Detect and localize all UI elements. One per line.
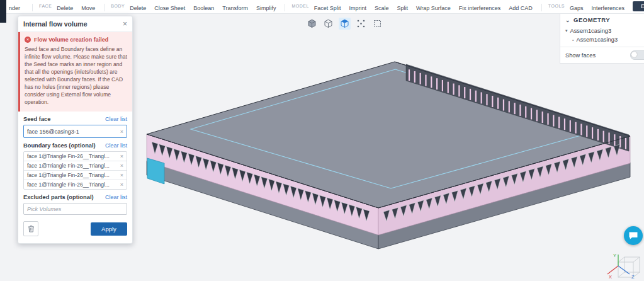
model-fin <box>409 203 415 214</box>
error-title: Flow Volume creation failed <box>34 37 108 43</box>
exit-button[interactable]: Exit <box>633 1 644 11</box>
boundary-face-name: face 1@Triangle Fin-26__Triangl... <box>27 163 110 169</box>
boundary-face-name: face 1@Triangle Fin-26__Triangl... <box>27 153 110 159</box>
shaded-cube-icon[interactable] <box>306 18 318 30</box>
model-fin <box>225 165 231 177</box>
model-fin <box>356 207 362 219</box>
boundary-face-item[interactable]: face 1@Triangle Fin-26__Triangl...× <box>24 152 127 161</box>
model-fin <box>406 64 629 151</box>
show-faces-label: Show faces <box>565 52 596 59</box>
toolbar-button-close-sheet[interactable]: Close Sheet <box>154 5 185 11</box>
close-icon[interactable]: × <box>123 21 127 27</box>
model-lid-inner-outline <box>191 69 594 188</box>
toolbar-button-simplify[interactable]: Simplify <box>256 5 276 11</box>
boundary-face-item[interactable]: face 1@Triangle Fin-26__Triangl...× <box>24 161 127 170</box>
model-fin <box>494 178 500 190</box>
support-chat-button[interactable] <box>624 226 643 245</box>
geometry-panel-title: GEOMETRY <box>573 16 610 23</box>
model-fin <box>159 144 166 156</box>
model-fin <box>426 198 432 209</box>
apply-button[interactable]: Apply <box>91 222 127 236</box>
toolbar-button-fix-interferences[interactable]: Fix interferences <box>459 5 501 11</box>
toolbar-button-imprint[interactable]: Imprint <box>349 5 366 11</box>
model-top-face <box>147 62 630 208</box>
model-fin <box>196 156 202 168</box>
excluded-clear-list-link[interactable]: Clear list <box>105 194 127 200</box>
toolbar-button-scale[interactable]: Scale <box>375 5 389 11</box>
model-fin <box>417 200 424 212</box>
model-fin <box>254 175 260 186</box>
toolbar-separator <box>285 4 285 11</box>
model-fin <box>268 179 274 191</box>
model-fin <box>334 200 341 212</box>
model-fin <box>239 169 246 181</box>
toolbar-group-label-tools: TOOLS <box>548 4 565 8</box>
remove-boundary-face-icon[interactable]: × <box>118 163 123 169</box>
model-fin <box>188 154 195 166</box>
model-fin <box>597 149 603 161</box>
seed-clear-list-link[interactable]: Clear list <box>105 116 127 122</box>
model-fin <box>383 210 390 221</box>
cube-faces-icon[interactable] <box>339 18 351 30</box>
model-fin <box>434 195 441 207</box>
model-fin <box>305 191 311 203</box>
show-faces-toggle[interactable] <box>630 50 644 60</box>
tree-node-assem1casing3[interactable]: ▾Assem1casing3 <box>560 26 644 35</box>
orientation-triad[interactable]: Y X Z <box>590 248 644 281</box>
error-message-box: × Flow Volume creation failed Seed face … <box>18 32 132 112</box>
model-front-edge <box>147 134 630 208</box>
toolbar-button-delete[interactable]: Delete <box>57 5 73 11</box>
viewport-display-toolbar <box>306 18 383 30</box>
toolbar-cut-label[interactable]: nder <box>9 5 20 11</box>
toolbar-button-boolean[interactable]: Boolean <box>193 5 214 11</box>
toolbar-button-delete[interactable]: Delete <box>130 5 146 11</box>
geometry-panel: ⌄ GEOMETRY ▾Assem1casing3•Assem1casing3 … <box>560 11 644 64</box>
error-body-text: Seed face and Boundary faces define an i… <box>25 45 127 106</box>
toolbar-button-interferences[interactable]: Interferences <box>591 5 624 11</box>
model-fin <box>217 163 223 175</box>
model-fin <box>363 209 370 221</box>
selection-box-icon[interactable] <box>371 18 383 30</box>
boundary-face-item[interactable]: face 1@Triangle Fin-26__Triangl...× <box>24 180 127 189</box>
triad-cube <box>618 257 640 277</box>
remove-boundary-face-icon[interactable]: × <box>118 172 123 178</box>
vertices-icon[interactable] <box>355 18 367 30</box>
z-axis-label: Z <box>631 274 635 280</box>
remove-boundary-face-icon[interactable]: × <box>118 181 123 188</box>
boundary-clear-list-link[interactable]: Clear list <box>105 142 127 149</box>
boundary-face-item[interactable]: face 1@Triangle Fin-26__Triangl...× <box>24 170 127 180</box>
trash-icon <box>28 225 35 232</box>
model-fin <box>174 149 180 161</box>
toolbar-button-split[interactable]: Split <box>397 5 408 11</box>
delete-operation-button[interactable] <box>23 221 38 236</box>
error-circle-x-icon: × <box>25 37 31 43</box>
toolbar-button-gaps[interactable]: Gaps <box>570 5 584 11</box>
model-fin <box>554 161 560 173</box>
toolbar-button-add-cad[interactable]: Add CAD <box>509 5 533 11</box>
tree-expand-icon[interactable]: ▾ <box>565 28 568 33</box>
tree-node-assem1casing3[interactable]: •Assem1casing3 <box>560 35 644 44</box>
toolbar-separator <box>104 4 105 11</box>
model-fin <box>588 152 594 163</box>
wireframe-cube-icon[interactable] <box>322 18 334 30</box>
toolbar-button-facet-split[interactable]: Facet Split <box>314 5 341 11</box>
heatsink-model <box>147 62 630 249</box>
boundary-faces-label: Boundary faces (optional) <box>23 142 96 149</box>
model-fin <box>486 181 492 192</box>
model-fin <box>460 188 466 200</box>
model-fin <box>563 159 569 170</box>
remove-boundary-face-icon[interactable]: × <box>118 153 123 159</box>
toolbar-button-move[interactable]: Move <box>81 5 95 11</box>
toolbar-button-transform[interactable]: Transform <box>222 5 248 11</box>
model-fin <box>247 172 253 184</box>
model-fin <box>503 176 509 187</box>
seed-face-label: Seed face <box>23 116 50 122</box>
seed-face-input[interactable]: face 156@casing3-1 × <box>23 125 127 138</box>
excluded-parts-input[interactable] <box>23 203 127 215</box>
model-fin <box>203 158 209 170</box>
toolbar-button-wrap-surface[interactable]: Wrap Surface <box>416 5 451 11</box>
remove-seed-face-icon[interactable]: × <box>118 129 123 135</box>
model-fin <box>400 205 407 217</box>
toggle-knob <box>631 52 637 57</box>
model-fin <box>152 142 158 154</box>
